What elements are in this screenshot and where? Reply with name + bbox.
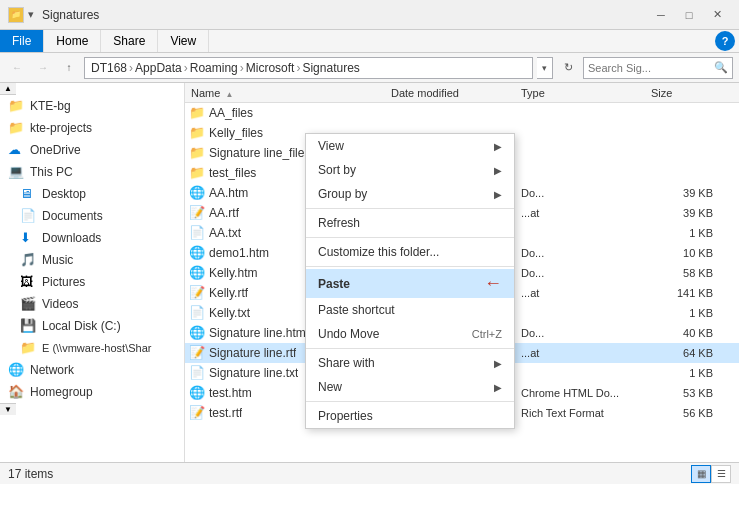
search-icon: 🔍	[714, 61, 728, 74]
rtf-icon: 📝	[189, 345, 205, 361]
view-grid-button[interactable]: ▦	[691, 465, 711, 483]
submenu-arrow-icon: ▶	[494, 382, 502, 393]
sidebar-item-downloads[interactable]: ⬇ Downloads	[0, 227, 184, 249]
sidebar-item-homegroup[interactable]: 🏠 Homegroup	[0, 381, 184, 403]
item-count: 17 items	[8, 467, 53, 481]
file-item[interactable]: 📁AA_files	[185, 103, 739, 123]
folder-icon: 📁	[189, 105, 205, 121]
content-area: ▲ 📁 KTE-bg 📁 kte-projects ☁ OneDrive 💻 T…	[0, 83, 739, 462]
submenu-arrow-icon: ▶	[494, 141, 502, 152]
sidebar-item-label: Pictures	[42, 275, 85, 289]
folder-icon: 📁	[20, 340, 36, 356]
sidebar-item-label: Music	[42, 253, 73, 267]
sidebar-item-label: Local Disk (C:)	[42, 319, 121, 333]
submenu-arrow-icon: ▶	[494, 358, 502, 369]
file-area: Name ▲ Date modified Type Size 📁AA_files…	[185, 83, 739, 462]
folder-icon: 📁	[189, 165, 205, 181]
menu-divider	[306, 237, 514, 238]
submenu-arrow-icon: ▶	[494, 189, 502, 200]
sidebar-item-music[interactable]: 🎵 Music	[0, 249, 184, 271]
sidebar-item-local-disk[interactable]: 💾 Local Disk (C:)	[0, 315, 184, 337]
tab-home[interactable]: Home	[44, 30, 101, 52]
window-icon: 📁	[8, 7, 24, 23]
search-box[interactable]: 🔍	[583, 57, 733, 79]
menu-divider	[306, 266, 514, 267]
context-menu: View ▶ Sort by ▶ Group by ▶ Refresh Cust	[305, 133, 515, 429]
file-header: Name ▲ Date modified Type Size	[185, 83, 739, 103]
sidebar-item-onedrive[interactable]: ☁ OneDrive	[0, 139, 184, 161]
title-bar-icons: 📁 ▾	[8, 7, 34, 23]
column-header-size[interactable]: Size	[647, 85, 717, 101]
pictures-icon: 🖼	[20, 274, 36, 290]
html-icon: 🌐	[189, 385, 205, 401]
sidebar-item-label: OneDrive	[30, 143, 81, 157]
sidebar-item-desktop[interactable]: 🖥 Desktop	[0, 183, 184, 205]
menu-divider	[306, 401, 514, 402]
pc-icon: 💻	[8, 164, 24, 180]
ctx-paste-shortcut[interactable]: Paste shortcut	[306, 298, 514, 322]
sidebar-item-network[interactable]: 🌐 Network	[0, 359, 184, 381]
tab-share[interactable]: Share	[101, 30, 158, 52]
sidebar-item-label: Desktop	[42, 187, 86, 201]
txt-icon: 📄	[189, 365, 205, 381]
rtf-icon: 📝	[189, 405, 205, 421]
submenu-arrow-icon: ▶	[494, 165, 502, 176]
view-list-button[interactable]: ☰	[711, 465, 731, 483]
sidebar-item-label: KTE-bg	[30, 99, 71, 113]
ctx-sort-by[interactable]: Sort by ▶	[306, 158, 514, 182]
back-button[interactable]: ←	[6, 57, 28, 79]
sidebar-item-this-pc[interactable]: 💻 This PC	[0, 161, 184, 183]
help-button[interactable]: ?	[715, 31, 735, 51]
sidebar-item-kte-projects[interactable]: 📁 kte-projects	[0, 117, 184, 139]
sidebar-item-label: Network	[30, 363, 74, 377]
folder-icon: 📁	[8, 98, 24, 114]
ctx-undo-move[interactable]: Undo Move Ctrl+Z	[306, 322, 514, 346]
ctx-paste[interactable]: Paste ←	[306, 269, 514, 298]
desktop-icon: 🖥	[20, 186, 36, 202]
title-controls: ─ □ ✕	[647, 5, 731, 25]
ctx-view[interactable]: View ▶	[306, 134, 514, 158]
maximize-button[interactable]: □	[675, 5, 703, 25]
tab-file[interactable]: File	[0, 30, 44, 52]
up-button[interactable]: ↑	[58, 57, 80, 79]
path-part: Roaming	[190, 61, 238, 75]
search-input[interactable]	[588, 62, 712, 74]
sidebar-scroll-down[interactable]: ▼	[0, 403, 16, 415]
txt-icon: 📄	[189, 305, 205, 321]
ctx-new[interactable]: New ▶	[306, 375, 514, 399]
folder-icon: 📁	[8, 120, 24, 136]
close-button[interactable]: ✕	[703, 5, 731, 25]
main-content: ▲ 📁 KTE-bg 📁 kte-projects ☁ OneDrive 💻 T…	[0, 83, 739, 484]
ctx-share-with[interactable]: Share with ▶	[306, 351, 514, 375]
forward-button[interactable]: →	[32, 57, 54, 79]
sidebar-scroll-up[interactable]: ▲	[0, 83, 16, 95]
sidebar-item-label: This PC	[30, 165, 73, 179]
sidebar-item-pictures[interactable]: 🖼 Pictures	[0, 271, 184, 293]
ctx-properties[interactable]: Properties	[306, 404, 514, 428]
address-chevron[interactable]: ▾	[537, 57, 553, 79]
column-header-name[interactable]: Name ▲	[187, 85, 387, 101]
sidebar-item-videos[interactable]: 🎬 Videos	[0, 293, 184, 315]
folder-icon: 📁	[189, 145, 205, 161]
view-buttons: ▦ ☰	[691, 465, 731, 483]
column-header-date[interactable]: Date modified	[387, 85, 517, 101]
sidebar-item-label: Videos	[42, 297, 78, 311]
videos-icon: 🎬	[20, 296, 36, 312]
music-icon: 🎵	[20, 252, 36, 268]
html-icon: 🌐	[189, 185, 205, 201]
path-part: Signatures	[302, 61, 359, 75]
column-header-type[interactable]: Type	[517, 85, 647, 101]
ctx-group-by[interactable]: Group by ▶	[306, 182, 514, 206]
minimize-button[interactable]: ─	[647, 5, 675, 25]
ctx-refresh[interactable]: Refresh	[306, 211, 514, 235]
status-bar: 17 items ▦ ☰	[0, 462, 739, 484]
sidebar-item-label: E (\\vmware-host\Shar	[42, 342, 151, 354]
ctx-customize[interactable]: Customize this folder...	[306, 240, 514, 264]
sidebar-item-kte-bg[interactable]: 📁 KTE-bg	[0, 95, 184, 117]
tab-view[interactable]: View	[158, 30, 209, 52]
address-path[interactable]: DT168 › AppData › Roaming › Microsoft › …	[84, 57, 533, 79]
sidebar-item-documents[interactable]: 📄 Documents	[0, 205, 184, 227]
sidebar-item-network-share[interactable]: 📁 E (\\vmware-host\Shar	[0, 337, 184, 359]
downloads-icon: ⬇	[20, 230, 36, 246]
refresh-button[interactable]: ↻	[557, 57, 579, 79]
